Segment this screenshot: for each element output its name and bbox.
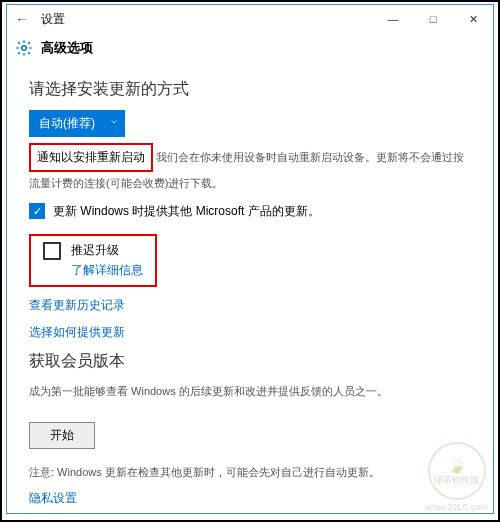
defer-upgrade-highlight: 推迟升级 了解详细信息 <box>29 234 157 287</box>
defer-upgrade-checkbox[interactable] <box>43 242 61 260</box>
watermark-url: www.33LC.com <box>425 502 488 512</box>
svg-point-0 <box>22 46 27 51</box>
defer-upgrade-label: 推迟升级 <box>71 242 119 259</box>
gear-icon <box>15 39 33 57</box>
back-button[interactable]: ← <box>7 11 37 27</box>
settings-window: ← 设置 — □ ✕ 高级选项 请选择安装更新的方式 自动(推荐) 通知以安排重… <box>6 4 494 514</box>
update-note: 注意: Windows 更新在检查其他更新时，可能会先对自己进行自动更新。 <box>29 463 471 482</box>
install-method-heading: 请选择安装更新的方式 <box>29 79 471 100</box>
insider-heading: 获取会员版本 <box>29 351 471 372</box>
maximize-button[interactable]: □ <box>413 5 453 33</box>
defer-upgrade-row[interactable]: 推迟升级 <box>43 242 143 260</box>
privacy-link[interactable]: 隐私设置 <box>29 490 471 507</box>
minimize-button[interactable]: — <box>373 5 413 33</box>
watermark-logo: 🍃 绿茶软件园 <box>428 442 486 500</box>
leaf-icon: 🍃 <box>447 455 467 474</box>
page-header: 高级选项 <box>7 33 493 63</box>
watermark: 🍃 绿茶软件园 www.33LC.com <box>425 442 488 512</box>
ms-products-checkbox[interactable]: ✓ <box>29 203 45 219</box>
learn-more-link[interactable]: 了解详细信息 <box>71 262 143 279</box>
page-title: 高级选项 <box>41 39 93 57</box>
content-area: 请选择安装更新的方式 自动(推荐) 通知以安排重新启动 我们会在你未使用设备时自… <box>7 63 493 522</box>
window-controls: — □ ✕ <box>373 5 493 33</box>
window-title: 设置 <box>37 11 373 28</box>
titlebar: ← 设置 — □ ✕ <box>7 5 493 33</box>
start-button[interactable]: 开始 <box>29 422 95 449</box>
notify-restart-highlight: 通知以安排重新启动 <box>29 143 153 172</box>
notify-restart-text: 通知以安排重新启动 <box>37 150 145 164</box>
ms-products-row[interactable]: ✓ 更新 Windows 时提供其他 Microsoft 产品的更新。 <box>29 203 471 220</box>
how-deliver-link[interactable]: 选择如何提供更新 <box>29 324 471 341</box>
update-history-link[interactable]: 查看更新历史记录 <box>29 297 471 314</box>
ms-products-label: 更新 Windows 时提供其他 Microsoft 产品的更新。 <box>53 203 320 220</box>
insider-desc: 成为第一批能够查看 Windows 的后续更新和改进并提供反馈的人员之一。 <box>29 382 471 401</box>
close-button[interactable]: ✕ <box>453 5 493 33</box>
watermark-name: 绿茶软件园 <box>434 474 479 487</box>
install-method-dropdown[interactable]: 自动(推荐) <box>29 110 125 137</box>
